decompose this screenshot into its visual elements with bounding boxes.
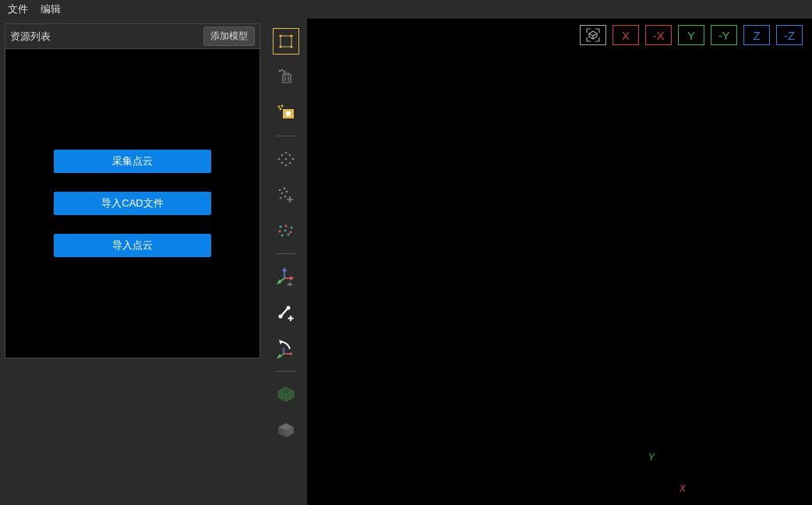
import-pointcloud-button[interactable]: 导入点云 <box>54 234 211 257</box>
svg-point-26 <box>280 197 282 200</box>
edge-add-tool[interactable] <box>273 299 299 326</box>
svg-point-33 <box>290 231 292 234</box>
cube-icon <box>585 27 601 43</box>
svg-point-10 <box>280 108 282 111</box>
axis-x-button[interactable]: X <box>613 25 639 45</box>
resource-panel: 资源列表 添加模型 采集点云 导入CAD文件 导入点云 <box>5 23 260 358</box>
svg-point-34 <box>281 235 284 237</box>
mesh-solid-tool[interactable] <box>273 417 299 443</box>
svg-point-25 <box>286 191 288 193</box>
svg-point-16 <box>278 158 281 161</box>
selection-icon <box>278 34 294 49</box>
add-model-button[interactable]: 添加模型 <box>203 26 255 46</box>
viewport-y-marker: Y <box>648 452 655 463</box>
toolbar-divider <box>276 136 296 136</box>
left-column: 资源列表 添加模型 采集点云 导入CAD文件 导入点云 <box>0 19 265 505</box>
axis-reset-button[interactable] <box>580 25 606 45</box>
svg-point-9 <box>281 105 284 108</box>
toolbar-divider <box>276 371 296 372</box>
axis-neg-x-button[interactable]: -X <box>645 25 672 45</box>
points-add-icon <box>277 187 295 203</box>
svg-marker-61 <box>589 31 597 36</box>
main-layout: 资源列表 添加模型 采集点云 导入CAD文件 导入点云 <box>0 19 812 505</box>
svg-point-22 <box>279 189 281 192</box>
mesh-wire-icon <box>277 386 295 403</box>
menu-edit[interactable]: 编辑 <box>41 2 61 16</box>
svg-point-17 <box>292 158 295 161</box>
svg-point-5 <box>279 70 281 72</box>
panel-title: 资源列表 <box>10 30 51 44</box>
menubar: 文件 编辑 <box>0 0 812 19</box>
svg-marker-45 <box>279 340 283 344</box>
photo-icon <box>277 104 295 122</box>
toolbar-divider <box>276 253 296 254</box>
points-add-tool[interactable] <box>273 182 299 208</box>
svg-point-8 <box>278 106 281 108</box>
collect-pointcloud-button[interactable]: 采集点云 <box>54 150 211 173</box>
panel-body: 采集点云 导入CAD文件 导入点云 <box>5 49 259 358</box>
trash-tool[interactable] <box>273 64 299 90</box>
svg-point-30 <box>291 227 293 229</box>
svg-marker-37 <box>282 267 287 271</box>
points-color-tool[interactable] <box>273 217 299 244</box>
svg-point-6 <box>281 69 284 72</box>
svg-point-31 <box>279 231 281 233</box>
viewport-x-marker: X <box>680 483 686 494</box>
import-cad-button[interactable]: 导入CAD文件 <box>54 192 211 215</box>
svg-marker-41 <box>277 279 281 284</box>
svg-point-18 <box>285 158 288 161</box>
svg-point-23 <box>284 188 286 190</box>
svg-marker-39 <box>290 276 294 281</box>
points-diamond-icon <box>277 151 295 167</box>
svg-point-7 <box>284 71 286 73</box>
vertical-toolbar <box>265 19 307 505</box>
svg-marker-48 <box>290 352 293 355</box>
svg-line-44 <box>282 309 288 316</box>
mesh-wire-tool[interactable] <box>273 381 299 408</box>
edge-add-icon <box>277 304 295 321</box>
menu-file[interactable]: 文件 <box>8 2 28 16</box>
viewport-3d[interactable]: X -X Y -Y Z -Z Y X <box>307 19 812 505</box>
selection-tool[interactable] <box>273 28 299 55</box>
axis-button-row: X -X Y -Y Z -Z <box>580 25 803 45</box>
svg-point-29 <box>285 225 288 228</box>
svg-rect-4 <box>281 36 291 47</box>
svg-point-27 <box>284 196 287 198</box>
points-all-tool[interactable] <box>273 146 299 172</box>
axis-neg-y-button[interactable]: -Y <box>711 25 737 45</box>
svg-point-35 <box>288 234 290 236</box>
svg-point-20 <box>289 162 291 164</box>
points-color-icon <box>277 224 295 238</box>
trash-icon <box>277 69 295 86</box>
svg-point-21 <box>285 164 288 167</box>
photo-tool[interactable] <box>273 100 299 126</box>
svg-point-19 <box>281 162 284 164</box>
svg-point-15 <box>289 154 291 157</box>
axis-neg-z-button[interactable]: -Z <box>776 25 803 45</box>
svg-point-28 <box>280 226 282 228</box>
axis-add-icon <box>277 267 295 286</box>
mesh-solid-icon <box>277 422 295 439</box>
svg-rect-12 <box>286 111 291 116</box>
curve-axis-tool[interactable] <box>273 335 299 362</box>
panel-header: 资源列表 添加模型 <box>5 24 259 49</box>
axis-z-button[interactable]: Z <box>743 25 770 45</box>
svg-point-14 <box>281 154 284 157</box>
svg-point-24 <box>281 192 284 195</box>
axis-y-button[interactable]: Y <box>678 25 704 45</box>
curve-axis-icon <box>276 338 296 358</box>
axis-add-tool[interactable] <box>273 263 299 290</box>
svg-point-32 <box>284 230 287 232</box>
svg-point-13 <box>285 152 288 154</box>
